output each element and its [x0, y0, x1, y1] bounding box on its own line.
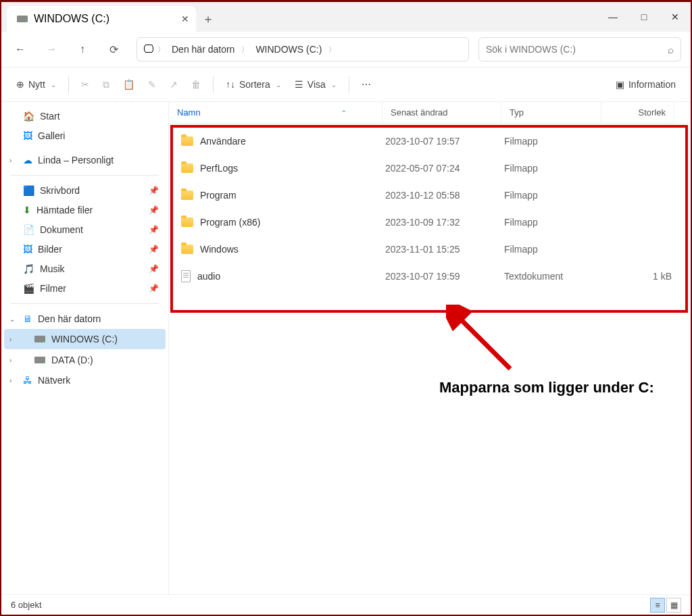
- crumb-thispc[interactable]: Den här datorn: [168, 41, 239, 57]
- chevron-right-icon: 〉: [241, 45, 249, 55]
- chevron-right-icon[interactable]: ›: [9, 357, 11, 364]
- sidebar-item-start[interactable]: 🏠 Start: [4, 107, 166, 126]
- crumb-drive[interactable]: WINDOWS (C:): [251, 41, 326, 57]
- pin-icon[interactable]: 📌: [149, 245, 159, 254]
- up-button[interactable]: ↑: [69, 37, 96, 61]
- more-button[interactable]: ⋯: [356, 72, 376, 97]
- new-button[interactable]: ⊕ Nytt ⌄: [11, 72, 61, 97]
- monitor-icon: 🖵: [143, 43, 155, 55]
- sort-button[interactable]: ↑↓ Sortera ⌄: [220, 72, 287, 97]
- chevron-down-icon[interactable]: ⌄: [9, 315, 15, 323]
- cut-button[interactable]: ✂: [76, 72, 95, 97]
- sidebar-quick-item[interactable]: ⬇Hämtade filer📌: [4, 201, 166, 220]
- paste-button[interactable]: 📋: [118, 72, 140, 97]
- file-type: Filmapp: [504, 163, 604, 174]
- column-header-date[interactable]: Senast ändrad: [382, 102, 501, 123]
- file-date: 2023-10-07 19:59: [385, 271, 504, 282]
- separator: [68, 76, 69, 93]
- tab-title: WINDOWS (C:): [34, 13, 109, 25]
- sort-label: Sortera: [239, 79, 270, 90]
- rename-button[interactable]: ✎: [143, 72, 162, 97]
- breadcrumb[interactable]: 🖵 〉 Den här datorn 〉 WINDOWS (C:) 〉: [137, 37, 469, 61]
- file-row[interactable]: Windows2023-11-01 15:25Filmapp: [173, 236, 685, 263]
- column-header-type[interactable]: Typ: [501, 102, 601, 123]
- column-header-size[interactable]: Storlek: [601, 102, 674, 123]
- sidebar-quick-item[interactable]: 🖼Bilder📌: [4, 240, 166, 259]
- view-thumbnails-button[interactable]: ▦: [666, 598, 681, 613]
- sidebar-item-network[interactable]: › 🖧 Nätverk: [4, 371, 166, 390]
- view-button[interactable]: ☰ Visa ⌄: [289, 72, 342, 97]
- sidebar-item-label: Bilder: [38, 244, 62, 255]
- sidebar-item-drive-c[interactable]: › WINDOWS (C:): [4, 329, 166, 349]
- delete-button[interactable]: 🗑: [186, 72, 206, 97]
- cloud-icon: ☁: [23, 155, 32, 165]
- rename-icon: ✎: [148, 79, 156, 90]
- chevron-right-icon: 〉: [157, 45, 165, 55]
- details-pane-button[interactable]: ▣ Information: [610, 72, 681, 97]
- sidebar-item-drive-d[interactable]: › DATA (D:): [4, 350, 166, 370]
- sidebar-item-gallery[interactable]: 🖼 Galleri: [4, 126, 166, 145]
- close-window-button[interactable]: ✕: [660, 2, 691, 32]
- chevron-down-icon: ⌄: [276, 81, 281, 88]
- sidebar-quick-item[interactable]: 🎵Musik📌: [4, 259, 166, 278]
- sidebar-item-label: Galleri: [38, 130, 65, 141]
- pin-icon[interactable]: 📌: [149, 225, 159, 234]
- pin-icon[interactable]: 📌: [149, 264, 159, 274]
- forward-button[interactable]: →: [38, 37, 65, 61]
- file-row[interactable]: PerfLogs2022-05-07 07:24Filmapp: [173, 155, 685, 182]
- new-label: Nytt: [28, 79, 45, 90]
- sidebar-item-label: Filmer: [40, 283, 66, 294]
- separator: [349, 76, 349, 93]
- view-details-button[interactable]: ≡: [650, 598, 665, 613]
- sidebar-item-label: Nätverk: [38, 375, 70, 386]
- chevron-right-icon: 〉: [328, 45, 336, 55]
- file-row[interactable]: Program2023-10-12 05:58Filmapp: [173, 182, 685, 209]
- divider: [11, 303, 159, 304]
- sidebar-item-label: Hämtade filer: [36, 205, 93, 215]
- pin-icon[interactable]: 📌: [149, 284, 159, 293]
- new-tab-button[interactable]: ＋: [196, 6, 220, 32]
- file-row[interactable]: audio2023-10-07 19:59Textdokument1 kB: [173, 263, 685, 290]
- sidebar-item-thispc[interactable]: ⌄ 🖥 Den här datorn: [4, 309, 166, 328]
- share-button[interactable]: ↗: [164, 72, 183, 97]
- pin-icon[interactable]: 📌: [149, 205, 159, 215]
- item-count: 6 objekt: [11, 600, 42, 610]
- file-type: Filmapp: [504, 244, 604, 255]
- chevron-right-icon[interactable]: ›: [9, 157, 11, 164]
- folder-icon: ⬇: [23, 205, 31, 215]
- annotation-arrow: [446, 305, 527, 379]
- pin-icon[interactable]: 📌: [149, 186, 159, 195]
- drive-icon: [34, 333, 46, 345]
- search-icon[interactable]: ⌕: [668, 44, 674, 55]
- sidebar-item-label: WINDOWS (C:): [51, 334, 118, 344]
- copy-button[interactable]: ⧉: [97, 72, 115, 97]
- navbar: ← → ↑ ⟳ 🖵 〉 Den här datorn 〉 WINDOWS (C:…: [1, 32, 691, 67]
- chevron-right-icon[interactable]: ›: [9, 336, 11, 343]
- tab-current[interactable]: WINDOWS (C:) ✕: [7, 6, 196, 32]
- search-input[interactable]: [486, 44, 668, 55]
- sidebar-quick-item[interactable]: 🎬Filmer📌: [4, 279, 166, 298]
- drive-icon: [16, 13, 28, 25]
- file-date: 2023-10-12 05:58: [385, 190, 504, 201]
- file-row[interactable]: Program (x86)2023-10-09 17:32Filmapp: [173, 209, 685, 236]
- document-icon: [181, 270, 191, 282]
- column-header-name[interactable]: Namn ⌃: [169, 102, 382, 123]
- search-box[interactable]: ⌕: [478, 37, 681, 61]
- sidebar-item-onedrive[interactable]: › ☁ Linda – Personligt: [4, 151, 166, 170]
- sidebar-quick-item[interactable]: 🟦Skrivbord📌: [4, 181, 166, 200]
- maximize-button[interactable]: □: [628, 2, 660, 32]
- drive-icon: [34, 354, 46, 366]
- sidebar-quick-item[interactable]: 📄Dokument📌: [4, 220, 166, 239]
- sidebar-item-label: DATA (D:): [51, 355, 93, 365]
- chevron-right-icon[interactable]: ›: [9, 377, 11, 384]
- file-type: Filmapp: [504, 217, 604, 228]
- file-row[interactable]: Användare2023-10-07 19:57Filmapp: [173, 128, 685, 155]
- refresh-button[interactable]: ⟳: [100, 37, 127, 61]
- titlebar: WINDOWS (C:) ✕ ＋ — □ ✕: [1, 2, 691, 32]
- back-button[interactable]: ←: [7, 37, 34, 61]
- minimize-button[interactable]: —: [597, 2, 628, 32]
- main-area: 🏠 Start 🖼 Galleri › ☁ Linda – Personligt…: [1, 102, 691, 594]
- sidebar-item-label: Start: [40, 111, 60, 122]
- close-tab-icon[interactable]: ✕: [181, 14, 189, 24]
- sort-icon: ↑↓: [226, 79, 235, 90]
